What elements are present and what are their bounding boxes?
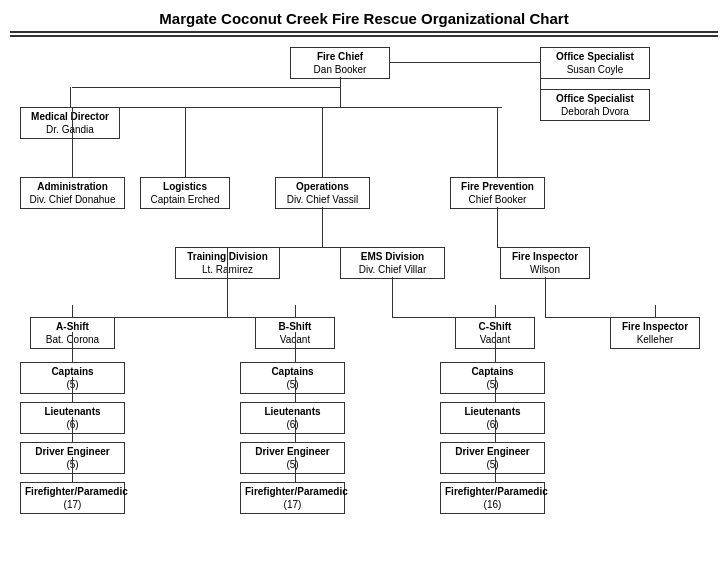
a-ff-title: Firefighter/Paramedic xyxy=(25,485,120,498)
fire-inspector-wilson-subtitle: Wilson xyxy=(505,263,585,276)
administration-subtitle: Div. Chief Donahue xyxy=(25,193,120,206)
conn-fp-v xyxy=(497,107,498,177)
conn-c-stack-v xyxy=(495,332,496,362)
administration-title: Administration xyxy=(25,180,120,193)
c-captains-node: Captains (5) xyxy=(440,362,545,394)
conn-c-dr-ff xyxy=(495,457,496,482)
c-driver-node: Driver Engineer (5) xyxy=(440,442,545,474)
logistics-node: Logistics Captain Erched xyxy=(140,177,230,209)
conn-ab-h2 xyxy=(227,317,295,318)
title-divider xyxy=(10,31,718,37)
conn-md-v xyxy=(70,87,71,107)
medical-director-node: Medical Director Dr. Gandia xyxy=(20,107,120,139)
conn-level2-h1 xyxy=(72,107,340,108)
conn-c-cap-lt xyxy=(495,377,496,402)
office-spec2-node: Office Specialist Deborah Dvora xyxy=(540,89,650,121)
fire-inspector-kelleher-title: Fire Inspector xyxy=(615,320,695,333)
logistics-title: Logistics xyxy=(145,180,225,193)
conn-b-stack-v xyxy=(295,332,296,362)
conn-chief-os-h xyxy=(390,62,540,63)
conn-fp-kelleher-h xyxy=(545,317,655,318)
b-captains-node: Captains (5) xyxy=(240,362,345,394)
fire-inspector-kelleher-node: Fire Inspector Kelleher xyxy=(610,317,700,349)
conn-a-cap-lt xyxy=(72,377,73,402)
conn-os-v xyxy=(540,62,541,112)
b-ff-subtitle: (17) xyxy=(245,498,340,511)
b-lieutenants-subtitle: (6) xyxy=(245,418,340,431)
b-driver-node: Driver Engineer (5) xyxy=(240,442,345,474)
conn-fp-level3-h xyxy=(497,247,545,248)
b-captains-title: Captains xyxy=(245,365,340,378)
conn-ops-v xyxy=(322,107,323,177)
medical-director-title: Medical Director xyxy=(25,110,115,123)
office-spec1-title: Office Specialist xyxy=(545,50,645,63)
fire-chief-subtitle: Dan Booker xyxy=(295,63,385,76)
conn-a-v xyxy=(72,305,73,317)
office-spec1-subtitle: Susan Coyle xyxy=(545,63,645,76)
org-chart: Fire Chief Dan Booker Office Specialist … xyxy=(10,47,718,563)
conn-level3-h2 xyxy=(322,247,392,248)
conn-kelleher-v xyxy=(655,305,656,317)
b-lieutenants-node: Lieutenants (6) xyxy=(240,402,345,434)
operations-subtitle: Div. Chief Vassil xyxy=(280,193,365,206)
conn-chief-down xyxy=(340,77,341,107)
b-lieutenants-title: Lieutenants xyxy=(245,405,340,418)
logistics-subtitle: Captain Erched xyxy=(145,193,225,206)
fire-prevention-node: Fire Prevention Chief Booker xyxy=(450,177,545,209)
a-ff-subtitle: (17) xyxy=(25,498,120,511)
c-lieutenants-node: Lieutenants (6) xyxy=(440,402,545,434)
ems-division-node: EMS Division Div. Chief Villar xyxy=(340,247,445,279)
c-captains-title: Captains xyxy=(445,365,540,378)
conn-ab-h1 xyxy=(72,317,227,318)
fire-chief-node: Fire Chief Dan Booker xyxy=(290,47,390,79)
conn-b-dr-ff xyxy=(295,457,296,482)
fire-prevention-title: Fire Prevention xyxy=(455,180,540,193)
conn-a-dr-ff xyxy=(72,457,73,482)
conn-a-stack-v xyxy=(72,332,73,362)
b-captains-subtitle: (5) xyxy=(245,378,340,391)
c-lieutenants-title: Lieutenants xyxy=(445,405,540,418)
operations-title: Operations xyxy=(280,180,365,193)
page-title: Margate Coconut Creek Fire Rescue Organi… xyxy=(10,10,718,27)
c-ff-subtitle: (16) xyxy=(445,498,540,511)
conn-a-lt-dr xyxy=(72,417,73,442)
conn-logistics-v xyxy=(185,107,186,177)
c-driver-title: Driver Engineer xyxy=(445,445,540,458)
office-spec2-subtitle: Deborah Dvora xyxy=(545,105,645,118)
b-ff-title: Firefighter/Paramedic xyxy=(245,485,340,498)
conn-admin-v xyxy=(72,107,73,177)
b-driver-title: Driver Engineer xyxy=(245,445,340,458)
conn-training-down xyxy=(227,247,228,317)
conn-level2-h2 xyxy=(340,107,502,108)
conn-level3-h1 xyxy=(227,247,322,248)
conn-ops-level3-v xyxy=(322,207,323,247)
ems-division-subtitle: Div. Chief Villar xyxy=(345,263,440,276)
a-ff-node: Firefighter/Paramedic (17) xyxy=(20,482,125,514)
conn-b-lt-dr xyxy=(295,417,296,442)
ems-division-title: EMS Division xyxy=(345,250,440,263)
conn-fp-kelleher-v xyxy=(545,277,546,317)
fire-chief-title: Fire Chief xyxy=(295,50,385,63)
administration-node: Administration Div. Chief Donahue xyxy=(20,177,125,209)
c-ff-node: Firefighter/Paramedic (16) xyxy=(440,482,545,514)
conn-c-lt-dr xyxy=(495,417,496,442)
conn-fp-level3-v xyxy=(497,207,498,247)
fire-inspector-wilson-node: Fire Inspector Wilson xyxy=(500,247,590,279)
office-spec1-node: Office Specialist Susan Coyle xyxy=(540,47,650,79)
medical-director-subtitle: Dr. Gandia xyxy=(25,123,115,136)
fire-prevention-subtitle: Chief Booker xyxy=(455,193,540,206)
c-ff-title: Firefighter/Paramedic xyxy=(445,485,540,498)
conn-b-v xyxy=(295,305,296,317)
c-driver-subtitle: (5) xyxy=(445,458,540,471)
b-driver-subtitle: (5) xyxy=(245,458,340,471)
conn-c-v xyxy=(495,305,496,317)
conn-ems-c-h xyxy=(392,317,495,318)
c-lieutenants-subtitle: (6) xyxy=(445,418,540,431)
fire-inspector-wilson-title: Fire Inspector xyxy=(505,250,585,263)
fire-inspector-kelleher-subtitle: Kelleher xyxy=(615,333,695,346)
office-spec2-title: Office Specialist xyxy=(545,92,645,105)
conn-b-cap-lt xyxy=(295,377,296,402)
c-captains-subtitle: (5) xyxy=(445,378,540,391)
conn-md-h xyxy=(72,87,340,88)
b-ff-node: Firefighter/Paramedic (17) xyxy=(240,482,345,514)
